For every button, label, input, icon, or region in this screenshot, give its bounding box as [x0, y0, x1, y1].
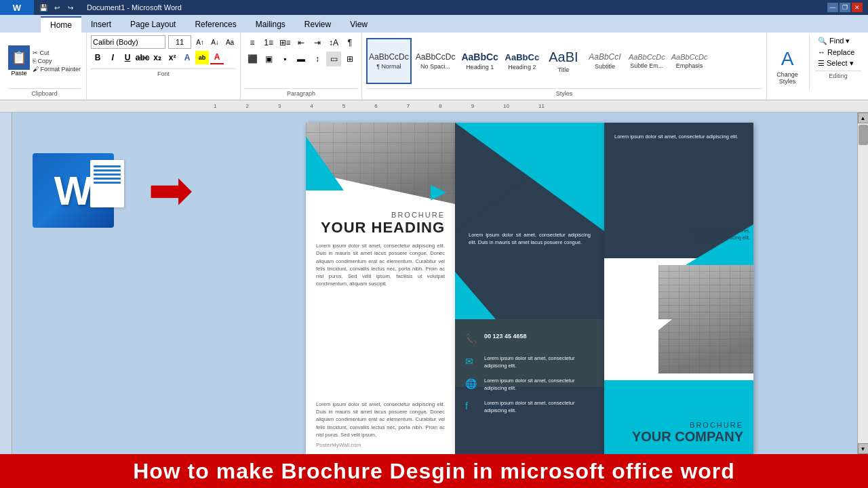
scroll-thumb[interactable]	[859, 125, 868, 145]
word-app-icon: W	[0, 0, 34, 15]
find-button[interactable]: 🔍 Find ▾	[815, 35, 861, 47]
style-normal-preview: AaBbCcDc	[369, 52, 409, 62]
style-subtle-emphasis[interactable]: AaBbCcDc Subtle Em...	[627, 38, 667, 84]
font-group: A↑ A↓ Aa B I U abc x₂ x² A ab A Font	[87, 33, 241, 100]
page3-top-body: Lorem ipsum dolor sit amet, consectetur …	[614, 133, 743, 140]
strikethrough-button[interactable]: abc	[136, 51, 149, 64]
style-title-label: Title	[558, 66, 570, 73]
red-arrow-icon: ➡	[148, 163, 193, 218]
format-painter-button[interactable]: 🖌 Format Painter	[33, 66, 81, 73]
contact-social-item: f Lorem ipsum dolor sit amet, consectetu…	[465, 400, 594, 414]
contact-area: 📞 00 123 45 4658 ✉ Lorem ipsum dolor sit…	[465, 333, 594, 422]
scroll-down-button[interactable]: ▼	[858, 443, 869, 454]
style-emphasis[interactable]: AaBbCcDc Emphasis	[669, 38, 710, 84]
shading-button[interactable]: ▭	[326, 52, 341, 66]
align-center-button[interactable]: ▣	[261, 52, 276, 66]
subscript-button[interactable]: x₂	[151, 51, 164, 64]
page1-teal-arrow: ▶	[421, 177, 455, 204]
font-name-input[interactable]	[91, 35, 165, 49]
page3-building-image	[658, 265, 753, 373]
minimize-button[interactable]: —	[827, 3, 838, 12]
highlight-button[interactable]: ab	[195, 51, 209, 64]
page3-company-name: YOUR COMPANY	[632, 429, 743, 445]
doc-line-3	[94, 174, 121, 176]
line-spacing-button[interactable]: ↕	[310, 52, 325, 66]
multilevel-button[interactable]: ⊞≡	[277, 35, 292, 50]
scroll-track	[858, 123, 868, 443]
save-qat-button[interactable]: 💾	[37, 2, 50, 13]
style-title[interactable]: AaBI Title	[544, 38, 583, 84]
style-heading2[interactable]: AaBbCc Heading 2	[502, 38, 542, 84]
decrease-indent-button[interactable]: ⇤	[294, 35, 309, 50]
tab-review[interactable]: Review	[295, 16, 340, 33]
underline-button[interactable]: U	[121, 51, 134, 64]
style-normal-label: ¶ Normal	[376, 63, 401, 70]
style-normal[interactable]: AaBbCcDc ¶ Normal	[366, 38, 412, 84]
close-button[interactable]: ✕	[852, 3, 863, 12]
style-heading1[interactable]: AaBbCc Heading 1	[459, 38, 500, 84]
increase-indent-button[interactable]: ⇥	[310, 35, 325, 50]
superscript-button[interactable]: x²	[165, 51, 179, 64]
email-icon: ✉	[465, 356, 479, 369]
right-scrollbar: ▲ ▼	[857, 113, 868, 454]
tab-page-layout[interactable]: Page Layout	[121, 16, 185, 33]
copy-button[interactable]: ⎘ Copy	[33, 58, 81, 64]
clipboard-small-buttons: ✂ Cut ⎘ Copy 🖌 Format Painter	[33, 49, 81, 73]
justify-button[interactable]: ▬	[294, 52, 309, 66]
paste-icon: 📋	[8, 45, 30, 70]
tab-references[interactable]: References	[185, 16, 245, 33]
cut-button[interactable]: ✂ Cut	[33, 49, 81, 56]
styles-row: AaBbCcDc ¶ Normal AaBbCcDc No Spaci... A…	[366, 35, 762, 87]
style-subtitle-label: Subtitle	[595, 63, 615, 70]
select-button[interactable]: ☰ Select ▾	[815, 58, 861, 69]
align-left-button[interactable]: ⬛	[245, 52, 260, 66]
styles-group: AaBbCcDc ¶ Normal AaBbCcDc No Spaci... A…	[362, 33, 767, 100]
borders-button[interactable]: ⊞	[342, 52, 357, 66]
show-formatting-button[interactable]: ¶	[342, 35, 357, 50]
bottom-banner-text: How to make Brochure Desgin in microsoft…	[133, 459, 735, 484]
document-area[interactable]: W ➡	[12, 113, 857, 454]
brochure-body-text: Lorem ipsum dolor sit amet, consectetur …	[316, 242, 445, 288]
style-no-spacing[interactable]: AaBbCcDc No Spaci...	[414, 38, 458, 84]
tab-home[interactable]: Home	[41, 16, 81, 33]
tab-insert[interactable]: Insert	[81, 16, 121, 33]
text-effects-button[interactable]: A	[180, 51, 194, 64]
align-right-button[interactable]: ▪	[277, 52, 292, 66]
paragraph-group: ≡ 1≡ ⊞≡ ⇤ ⇥ ↕A ¶ ⬛ ▣ ▪ ▬ ↕ ▭ ⊞ Paragraph	[241, 33, 362, 100]
replace-button[interactable]: ↔ Replace	[815, 47, 861, 58]
italic-button[interactable]: I	[106, 51, 119, 64]
font-size-input[interactable]	[168, 35, 191, 49]
page1-bottom-text: Lorem ipsum dolor sit amet, consectetur …	[316, 401, 445, 439]
restore-button[interactable]: ❐	[840, 3, 850, 12]
style-h1-preview: AaBbCc	[461, 52, 498, 62]
clipboard-group: 📋 Paste ✂ Cut ⎘ Copy 🖌 Format Painter Cl…	[3, 33, 87, 100]
tab-view[interactable]: View	[340, 16, 377, 33]
undo-qat-button[interactable]: ↩	[51, 2, 63, 13]
styles-label: Styles	[366, 88, 762, 97]
brochure-page-1: ▶ BROCHURE YOUR HEADING Lorem ipsum dolo…	[306, 123, 455, 454]
clear-format-button[interactable]: Aa	[224, 36, 236, 48]
font-color-button[interactable]: A	[210, 51, 224, 64]
page3-top-text: Lorem ipsum dolor sit amet, consectetur …	[614, 133, 743, 140]
style-h2-preview: AaBbCc	[505, 52, 540, 62]
style-h1-label: Heading 1	[466, 64, 494, 70]
scroll-up-button[interactable]: ▲	[858, 113, 869, 123]
ribbon: 📋 Paste ✂ Cut ⎘ Copy 🖌 Format Painter Cl…	[0, 33, 868, 100]
paste-button[interactable]: 📋 Paste	[8, 45, 30, 77]
tab-mailings[interactable]: Mailings	[246, 16, 295, 33]
style-emphasis-label: Emphasis	[676, 62, 703, 69]
font-grow-button[interactable]: A↑	[194, 36, 206, 48]
numbering-button[interactable]: 1≡	[261, 35, 276, 50]
change-styles-button[interactable]: A	[781, 48, 794, 70]
bullets-button[interactable]: ≡	[245, 35, 260, 50]
bold-button[interactable]: B	[91, 51, 104, 64]
brochure-page-3: Lorem ipsum dolor sit amet, consectetur …	[604, 123, 753, 454]
style-subtitle[interactable]: AaBbCcI Subtitle	[585, 38, 625, 84]
editing-label: Editing	[815, 70, 861, 79]
redo-qat-button[interactable]: ↪	[64, 2, 77, 13]
sort-button[interactable]: ↕A	[326, 35, 341, 50]
font-shrink-button[interactable]: A↓	[209, 36, 221, 48]
brochure-page-2: Lorem ipsum dolor sit amet, consectetur …	[455, 123, 604, 454]
email-text: Lorem ipsum dolor sit amet, consectetur …	[484, 355, 594, 369]
word-logo-w-letter: W	[54, 167, 93, 214]
